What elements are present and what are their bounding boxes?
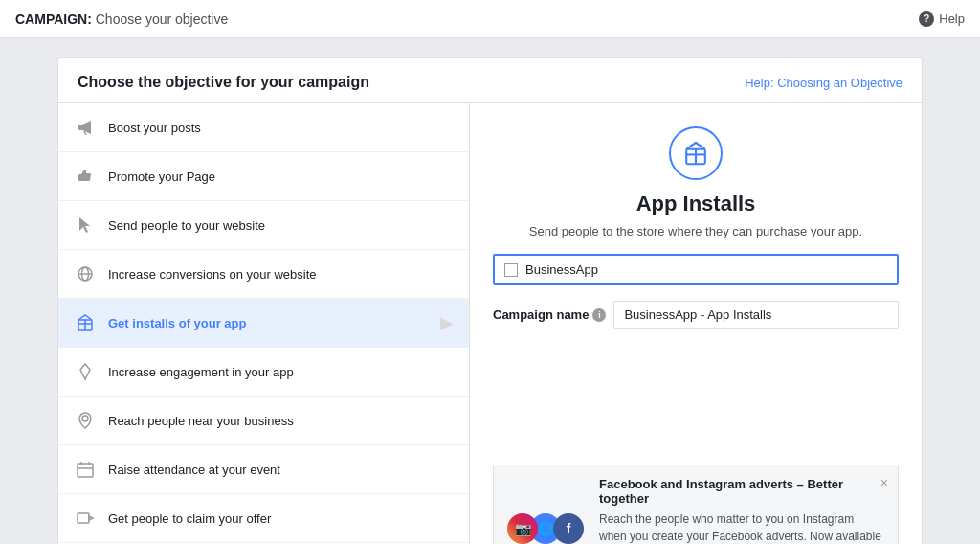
- cursor-icon: [74, 214, 97, 237]
- objectives-list: Boost your posts Promote your Page Send …: [58, 103, 470, 544]
- notification-banner: 📷 🌐 f Facebook and Instagram adverts – B…: [493, 465, 899, 544]
- objective-item-reach-people[interactable]: Reach people near your business: [58, 397, 469, 445]
- diamond-icon: [74, 360, 97, 383]
- detail-icon-circle: [669, 126, 723, 180]
- pin-icon: [74, 409, 97, 432]
- active-arrow-icon: ▶: [440, 312, 454, 333]
- svg-marker-1: [82, 121, 91, 134]
- svg-rect-12: [78, 464, 93, 477]
- top-header: CAMPAIGN: Choose your objective ? Help: [0, 0, 980, 38]
- help-label: Help: [939, 11, 965, 26]
- objective-item-get-installs[interactable]: Get installs of your app ▶: [58, 299, 469, 348]
- objective-label: Send people to your website: [108, 218, 265, 233]
- detail-title: App Installs: [636, 192, 756, 216]
- objective-item-claim-offer[interactable]: Get people to claim your offer: [58, 494, 469, 543]
- objective-label: Increase engagement in your app: [108, 365, 294, 379]
- campaign-name-label-text: Campaign name: [493, 307, 589, 322]
- globe-icon: [74, 262, 97, 285]
- facebook-icon: f: [553, 513, 584, 544]
- objective-label: Get installs of your app: [108, 316, 246, 330]
- detail-description: Send people to the store where they can …: [529, 224, 862, 238]
- panel-help-link[interactable]: Help: Choosing an Objective: [745, 76, 902, 90]
- megaphone-icon: [74, 116, 97, 139]
- campaign-name-row: Campaign name i: [493, 301, 899, 329]
- svg-rect-16: [78, 513, 89, 523]
- objective-label: Reach people near your business: [108, 414, 294, 428]
- main-panel: Choose the objective for your campaign H…: [57, 57, 923, 544]
- instagram-icon: 📷: [507, 513, 538, 544]
- page-title: CAMPAIGN: Choose your objective: [15, 11, 228, 27]
- social-icons-group: 📷 🌐 f: [507, 477, 584, 544]
- panel-title: Choose the objective for your campaign: [78, 74, 369, 91]
- help-link[interactable]: ? Help: [919, 11, 965, 27]
- objective-item-promote-page[interactable]: Promote your Page: [58, 152, 469, 201]
- panel-body: Boost your posts Promote your Page Send …: [58, 103, 922, 544]
- notification-title: Facebook and Instagram adverts – Better …: [599, 477, 884, 506]
- main-content: Choose the objective for your campaign H…: [0, 38, 980, 544]
- tag-icon: [74, 507, 97, 530]
- svg-rect-0: [78, 125, 82, 130]
- campaign-name-label: Campaign name i: [493, 307, 606, 322]
- campaign-name-input[interactable]: [613, 301, 899, 329]
- notification-content: Facebook and Instagram adverts – Better …: [599, 477, 884, 544]
- notification-close-button[interactable]: ×: [880, 475, 888, 490]
- campaign-label: CAMPAIGN:: [15, 11, 92, 27]
- svg-point-11: [82, 416, 88, 421]
- campaign-name-info-icon[interactable]: i: [592, 308, 606, 322]
- campaign-subtitle: Choose your objective: [96, 11, 229, 27]
- objective-item-conversions[interactable]: Increase conversions on your website: [58, 250, 469, 299]
- svg-marker-17: [89, 516, 93, 520]
- objective-label: Raise attendance at your event: [108, 463, 280, 477]
- svg-marker-3: [79, 217, 90, 233]
- objective-item-send-website[interactable]: Send people to your website: [58, 201, 469, 250]
- thumbs-up-icon: [74, 165, 97, 188]
- detail-area: App Installs Send people to the store wh…: [470, 103, 922, 544]
- panel-header: Choose the objective for your campaign H…: [58, 58, 922, 103]
- objective-item-engagement[interactable]: Increase engagement in your app: [58, 348, 469, 397]
- objective-label: Promote your Page: [108, 170, 215, 184]
- notification-text: Reach the people who matter to you on In…: [599, 510, 884, 544]
- objective-item-attendance[interactable]: Raise attendance at your event: [58, 445, 469, 494]
- objective-label: Boost your posts: [108, 121, 201, 135]
- calendar-icon: [74, 458, 97, 481]
- app-checkbox[interactable]: [504, 263, 518, 277]
- app-search-text: BusinessApp: [525, 262, 598, 277]
- objective-label: Increase conversions on your website: [108, 267, 317, 282]
- objective-label: Get people to claim your offer: [108, 511, 271, 526]
- objective-item-boost-posts[interactable]: Boost your posts: [58, 103, 469, 152]
- app-search-box[interactable]: BusinessApp: [493, 254, 899, 285]
- help-icon: ?: [919, 11, 934, 27]
- svg-marker-10: [80, 364, 90, 379]
- box-icon: [74, 311, 97, 334]
